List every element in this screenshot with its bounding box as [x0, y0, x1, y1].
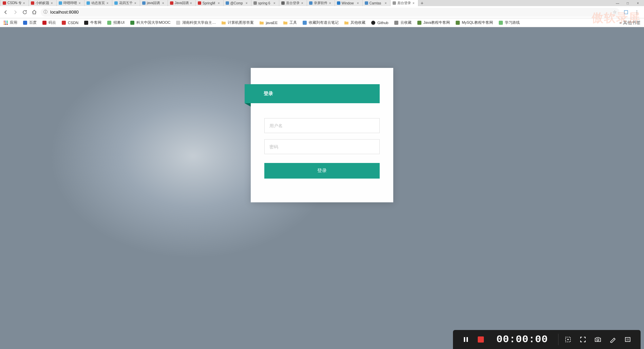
bookmark-label: Github — [377, 21, 388, 25]
recorder-annotate-icon[interactable] — [605, 332, 620, 347]
nav-forward-icon[interactable] — [12, 9, 18, 15]
browser-tab[interactable]: 后台登录× — [391, 0, 418, 6]
browser-tab[interactable]: 录屏软件× — [307, 0, 335, 6]
separator — [558, 334, 558, 345]
extension-icon[interactable] — [623, 9, 629, 15]
recorder-fullscreen-icon[interactable] — [575, 332, 590, 347]
bookmark-item[interactable]: 云收藏 — [394, 20, 412, 25]
browser-tab[interactable]: Camtas× — [363, 0, 391, 6]
url-bar[interactable]: ⓘ ☆ — [41, 8, 620, 17]
tab-close-icon[interactable]: × — [385, 1, 388, 5]
bookmark-item[interactable]: 其他收藏 — [344, 20, 365, 25]
recorder-pause-button[interactable] — [458, 332, 473, 347]
bookmark-item[interactable]: 工具 — [283, 20, 297, 25]
recorder-more-icon[interactable] — [620, 332, 635, 347]
tab-favicon-icon — [226, 1, 229, 5]
tab-title: 后台登录 — [286, 1, 300, 5]
browser-menu-icon[interactable]: ⋮ — [632, 10, 641, 15]
bookmark-item[interactable]: 湖南科技大学自主… — [176, 20, 216, 25]
tab-favicon-icon — [142, 1, 146, 5]
svg-rect-4 — [4, 22, 5, 23]
bookmark-item[interactable]: 计算机图形答案 — [221, 20, 254, 25]
browser-tab[interactable]: spring 6× — [251, 0, 279, 6]
window-close-button[interactable]: × — [634, 1, 642, 5]
bookmark-label: 其他收藏 — [351, 20, 365, 25]
tab-favicon-icon — [170, 1, 173, 5]
tab-close-icon[interactable]: × — [273, 1, 277, 5]
bookmark-favicon-icon — [417, 20, 422, 25]
bookmark-item[interactable]: 收藏到有道云笔记 — [302, 20, 339, 25]
tab-close-icon[interactable]: × — [51, 1, 54, 5]
bookmark-item[interactable]: 应用 — [3, 20, 17, 25]
bookmark-favicon-icon — [455, 20, 460, 25]
bookmark-item[interactable]: 牛客网 — [84, 20, 101, 25]
screen-recorder-bar: 00:00:00 — [453, 330, 641, 349]
bookmark-favicon-icon — [61, 20, 66, 25]
username-input[interactable] — [264, 118, 380, 133]
svg-rect-3 — [7, 21, 8, 22]
bookmark-label: Java教程牛客网 — [423, 20, 450, 25]
browser-tab[interactable]: Window× — [335, 0, 363, 6]
browser-tab[interactable]: @Comp× — [224, 0, 251, 6]
bookmark-item[interactable]: Github — [371, 20, 388, 25]
recorder-camera-icon[interactable] — [590, 332, 605, 347]
tab-close-icon[interactable]: × — [246, 1, 249, 5]
tab-title: 小蚂蚁题 — [36, 1, 50, 5]
tab-close-icon[interactable]: × — [190, 1, 193, 5]
browser-tab[interactable]: java回调× — [140, 0, 168, 6]
browser-tab[interactable]: 小蚂蚁题× — [29, 0, 57, 6]
tab-title: Camtas — [370, 1, 383, 5]
bookmark-item[interactable]: 码云 — [42, 20, 56, 25]
bookmark-item[interactable]: 学习路线 — [498, 20, 520, 25]
site-info-icon[interactable]: ⓘ — [43, 9, 48, 15]
bookmark-item[interactable]: Java教程牛客网 — [417, 20, 450, 25]
browser-tab[interactable]: CSDN-专× — [1, 0, 29, 6]
tab-close-icon[interactable]: × — [79, 1, 82, 5]
svg-rect-13 — [84, 21, 88, 25]
bookmark-label: 学习路线 — [505, 20, 520, 25]
bookmarks-overflow[interactable]: » 其他书签 — [619, 20, 641, 26]
bookmark-item[interactable]: 百度 — [23, 20, 37, 25]
browser-tab[interactable]: 哔哩哔哩× — [57, 0, 84, 6]
tab-title: Window — [342, 1, 356, 5]
bookmark-item[interactable]: javaEE — [259, 20, 278, 25]
tab-close-icon[interactable]: × — [413, 1, 416, 5]
new-tab-button[interactable]: + — [418, 0, 426, 6]
tab-close-icon[interactable]: × — [134, 1, 138, 5]
tab-favicon-icon — [59, 1, 62, 5]
page-content: 登录 登录 — [0, 27, 644, 349]
tab-title: java回调 — [147, 1, 161, 5]
bookmark-item[interactable]: CSDN — [61, 20, 78, 25]
recorder-stop-button[interactable] — [473, 332, 488, 347]
password-input[interactable] — [264, 139, 380, 154]
browser-tab[interactable]: 后台登录× — [279, 0, 307, 6]
tab-close-icon[interactable]: × — [107, 1, 110, 5]
svg-rect-5 — [5, 22, 6, 23]
url-input[interactable] — [50, 10, 610, 15]
bookmark-favicon-icon — [221, 20, 226, 25]
bookmark-item[interactable]: 科大中国大学MOOC — [130, 20, 170, 25]
bookmark-star-icon[interactable]: ☆ — [613, 10, 617, 15]
browser-tab[interactable]: 花四五千× — [112, 0, 140, 6]
svg-rect-23 — [464, 337, 465, 342]
tab-favicon-icon — [281, 1, 285, 5]
browser-tab[interactable]: Java回调× — [168, 0, 196, 6]
recorder-region-icon[interactable] — [561, 332, 575, 347]
browser-tab[interactable]: SpringM× — [196, 0, 224, 6]
nav-reload-icon[interactable] — [22, 9, 28, 15]
window-minimize-button[interactable]: — — [613, 1, 622, 5]
nav-back-icon[interactable] — [3, 9, 9, 15]
nav-home-icon[interactable] — [31, 9, 37, 15]
tab-close-icon[interactable]: × — [162, 1, 166, 5]
browser-tab[interactable]: 动态首页× — [84, 0, 112, 6]
bookmark-item[interactable]: MySQL教程牛客网 — [455, 20, 493, 25]
tab-close-icon[interactable]: × — [218, 1, 221, 5]
tab-close-icon[interactable]: × — [357, 1, 360, 5]
tab-close-icon[interactable]: × — [23, 1, 26, 5]
window-maximize-button[interactable]: □ — [624, 1, 632, 5]
bookmark-item[interactable]: 招募UI — [107, 20, 125, 25]
tab-title: 动态首页 — [91, 1, 105, 5]
login-submit-button[interactable]: 登录 — [264, 163, 380, 179]
tab-close-icon[interactable]: × — [301, 1, 305, 5]
tab-close-icon[interactable]: × — [329, 1, 333, 5]
